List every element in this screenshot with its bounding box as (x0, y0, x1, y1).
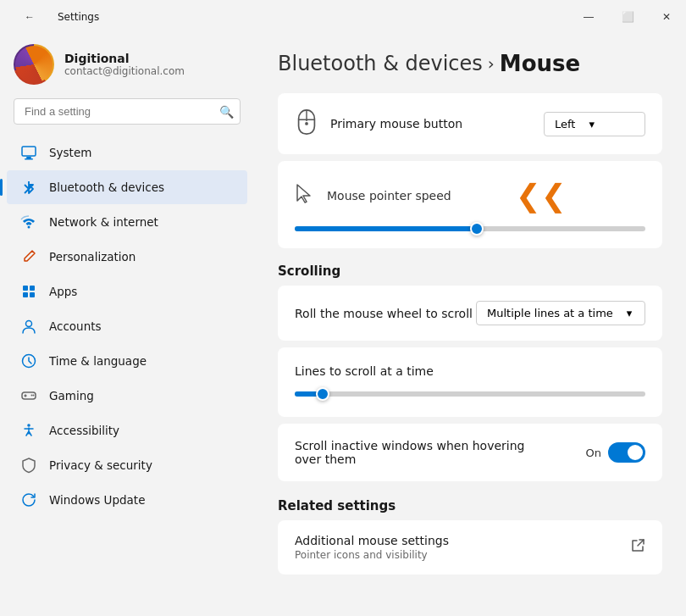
mouse-pointer-speed-label: Mouse pointer speed (327, 189, 451, 203)
content-area: Bluetooth & devices › Mouse Primary mous… (254, 31, 686, 616)
scroll-inactive-toggle-wrap: On (586, 442, 645, 463)
titlebar: ← Settings — ⬜ ✕ (0, 0, 686, 31)
roll-mouse-wheel-label: Roll the mouse wheel to scroll (295, 307, 473, 320)
user-email: contact@digitional.com (64, 65, 185, 77)
sidebar-item-network[interactable]: Network & internet (7, 205, 247, 239)
scroll-inactive-toggle[interactable] (608, 442, 645, 463)
sidebar-item-apps-label: Apps (49, 285, 77, 298)
personalization-icon (20, 248, 37, 265)
search-icon[interactable]: 🔍 (219, 105, 234, 119)
primary-mouse-button-card: Primary mouse button Left ▾ (278, 93, 662, 154)
sidebar-item-gaming-label: Gaming (49, 389, 94, 402)
sidebar-item-bluetooth[interactable]: Bluetooth & devices (7, 170, 247, 204)
lines-to-scroll-card: Lines to scroll at a time (278, 347, 662, 417)
roll-mouse-wheel-dropdown[interactable]: Multiple lines at a time ▾ (476, 301, 645, 325)
titlebar-title: Settings (58, 11, 99, 23)
mouse-pointer-speed-label-row: Mouse pointer speed ❮❮ (295, 164, 645, 219)
accessibility-icon (20, 422, 37, 439)
lines-slider-thumb[interactable] (316, 387, 329, 401)
scroll-inactive-toggle-label: On (586, 447, 601, 459)
svg-point-3 (28, 226, 30, 229)
svg-point-11 (31, 395, 33, 397)
gaming-icon (20, 387, 37, 404)
cursor-icon (295, 182, 313, 208)
speed-slider-wrapper (295, 226, 645, 231)
svg-point-14 (305, 122, 308, 125)
speed-slider-track[interactable] (295, 226, 645, 231)
sidebar-item-accessibility[interactable]: Accessibility (7, 413, 247, 447)
scroll-inactive-label-2: over them (295, 452, 524, 466)
sidebar-item-network-label: Network & internet (49, 215, 158, 229)
app-body: Digitional contact@digitional.com 🔍 Syst… (0, 31, 686, 616)
related-settings-header: Related settings (278, 498, 662, 513)
avatar-inner (15, 46, 53, 83)
sidebar-item-update[interactable]: Windows Update (7, 483, 247, 517)
sidebar-item-bluetooth-label: Bluetooth & devices (49, 180, 164, 194)
network-icon (20, 214, 37, 230)
lines-slider-track[interactable] (295, 391, 645, 397)
back-button[interactable]: ← (10, 3, 49, 31)
time-icon (20, 352, 37, 369)
lines-to-scroll-label: Lines to scroll at a time (295, 351, 645, 385)
sidebar-item-personalization-label: Personalization (49, 250, 136, 264)
svg-rect-4 (23, 286, 28, 291)
sidebar: Digitional contact@digitional.com 🔍 Syst… (0, 31, 254, 616)
sidebar-item-time[interactable]: Time & language (7, 344, 247, 378)
annotation-arrow: ❮❮ (516, 178, 567, 213)
sidebar-item-accounts[interactable]: Accounts (7, 309, 247, 343)
search-input[interactable] (14, 98, 241, 125)
breadcrumb-parent: Bluetooth & devices (278, 52, 483, 75)
roll-mouse-wheel-card: Roll the mouse wheel to scroll Multiple … (278, 286, 662, 341)
chevron-down-icon-2: ▾ (627, 307, 633, 319)
sidebar-item-accessibility-label: Accessibility (49, 424, 119, 437)
svg-rect-1 (26, 157, 31, 158)
user-info: Digitional contact@digitional.com (64, 52, 185, 77)
scrolling-header: Scrolling (278, 264, 662, 279)
accounts-icon (20, 318, 37, 335)
additional-mouse-settings-title: Additional mouse settings (295, 534, 449, 547)
scroll-inactive-card: Scroll inactive windows when hovering ov… (278, 424, 662, 481)
mouse-pointer-speed-card: Mouse pointer speed ❮❮ (278, 161, 662, 248)
breadcrumb: Bluetooth & devices › Mouse (278, 51, 662, 76)
svg-point-8 (26, 321, 32, 327)
sidebar-item-accounts-label: Accounts (49, 319, 102, 333)
minimize-button[interactable]: — (569, 3, 608, 31)
primary-mouse-button-dropdown[interactable]: Left ▾ (544, 112, 645, 136)
scroll-inactive-label: Scroll inactive windows when hovering (295, 439, 524, 452)
avatar (14, 44, 54, 85)
mouse-icon (295, 108, 318, 139)
additional-mouse-settings-subtitle: Pointer icons and visibility (295, 549, 449, 561)
titlebar-controls: — ⬜ ✕ (569, 3, 686, 31)
sidebar-item-system[interactable]: System (7, 136, 247, 169)
titlebar-left: ← Settings (0, 3, 99, 31)
svg-point-12 (33, 395, 35, 397)
sidebar-item-privacy[interactable]: Privacy & security (7, 448, 247, 482)
toggle-knob (628, 445, 643, 460)
sidebar-nav: System Bluetooth & devices (0, 135, 254, 518)
apps-icon (20, 283, 37, 300)
svg-rect-0 (22, 147, 36, 156)
sidebar-item-personalization[interactable]: Personalization (7, 240, 247, 274)
search-box: 🔍 (14, 98, 241, 125)
bluetooth-icon (20, 179, 37, 196)
user-profile: Digitional contact@digitional.com (0, 31, 254, 95)
svg-rect-6 (23, 292, 28, 297)
additional-mouse-settings-info: Additional mouse settings Pointer icons … (295, 534, 449, 561)
mouse-icon-wrap: Primary mouse button (295, 108, 462, 139)
sidebar-item-apps[interactable]: Apps (7, 275, 247, 308)
speed-slider-fill (295, 226, 477, 231)
dropdown-value: Left (555, 118, 575, 130)
speed-slider-thumb[interactable] (470, 222, 484, 236)
restore-button[interactable]: ⬜ (608, 3, 647, 31)
system-icon (20, 144, 37, 161)
close-button[interactable]: ✕ (647, 3, 686, 31)
privacy-icon (20, 457, 37, 474)
sidebar-item-update-label: Windows Update (49, 493, 145, 507)
svg-rect-7 (30, 292, 35, 297)
lines-slider-wrapper (295, 391, 645, 403)
svg-rect-5 (30, 286, 35, 291)
sidebar-item-time-label: Time & language (49, 354, 147, 368)
sidebar-item-gaming[interactable]: Gaming (7, 379, 247, 413)
additional-mouse-settings-card[interactable]: Additional mouse settings Pointer icons … (278, 520, 662, 574)
update-icon (20, 491, 37, 508)
